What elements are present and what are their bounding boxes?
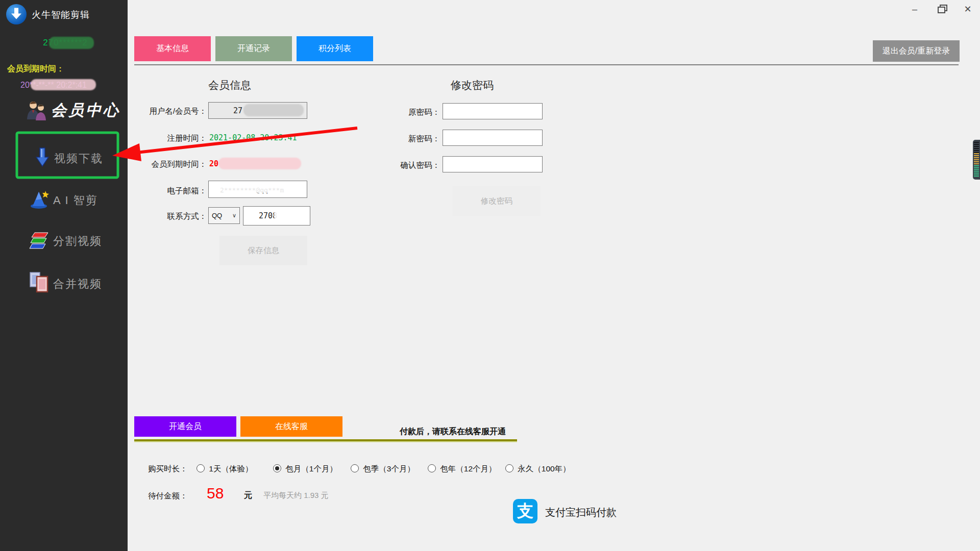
contact-type-select[interactable]: QQ ∨ xyxy=(208,207,240,224)
member-expiry-redaction xyxy=(218,158,301,169)
email-label: 电子邮箱： xyxy=(130,186,207,196)
wizard-icon xyxy=(30,190,51,209)
tab-activation-record[interactable]: 开通记录 xyxy=(215,36,292,61)
member-expiry-label: 会员到期时间： xyxy=(130,159,207,170)
contact-label: 联系方式： xyxy=(130,211,207,222)
sidebar-item-merge-video[interactable]: 合并视频 xyxy=(0,269,128,295)
save-info-button[interactable]: 保存信息 xyxy=(219,236,307,265)
alipay-icon: 支 xyxy=(513,499,537,523)
contact-value-field[interactable]: 2708 xyxy=(243,206,310,226)
contact-redaction xyxy=(274,208,307,222)
duration-label: 购买时长： xyxy=(148,464,188,474)
radio-icon[interactable] xyxy=(351,464,359,472)
pay-note: 付款后，请联系在线客服开通 xyxy=(400,427,506,437)
radio-icon[interactable] xyxy=(428,464,436,472)
register-time-label: 注册时间： xyxy=(130,133,207,144)
change-password-button[interactable]: 修改密码 xyxy=(453,186,541,216)
tab-points-list[interactable]: 积分列表 xyxy=(297,36,373,61)
download-glyph-icon xyxy=(11,7,22,20)
sidebar-item-video-download[interactable]: 视频下载 xyxy=(0,146,128,169)
member-expiry-value: 20 xyxy=(209,159,218,168)
register-time-value: 2021-02-08 20:23:41 xyxy=(209,133,297,142)
section-divider xyxy=(134,439,517,442)
open-member-button[interactable]: 开通会员 xyxy=(134,416,236,437)
tab-divider xyxy=(134,64,959,65)
sidebar-item-label: 会员中心 xyxy=(51,100,120,121)
sidebar-item-split-video[interactable]: 分割视频 xyxy=(0,229,128,252)
radio-permanent[interactable]: 永久（100年） xyxy=(505,464,571,474)
split-layers-icon xyxy=(29,232,52,250)
sidebar-item-label: 视频下载 xyxy=(54,151,103,166)
member-info-title: 会员信息 xyxy=(189,78,271,92)
members-icon xyxy=(26,100,48,122)
minimize-icon: – xyxy=(912,4,917,14)
sidebar: 火牛智能剪辑 270******2 会员到期时间： 20**-**-** 20:… xyxy=(0,0,128,551)
tab-basic-info[interactable]: 基本信息 xyxy=(134,36,211,61)
amount-note: 平均每天约 1.93 元 xyxy=(263,491,329,500)
alipay-text: 支付宝扫码付款 xyxy=(545,506,617,519)
sidebar-expiry-label: 会员到期时间： xyxy=(7,64,64,74)
old-password-input[interactable] xyxy=(443,103,543,119)
email-redaction xyxy=(215,183,301,193)
amount-value: 58 xyxy=(207,485,224,502)
sidebar-item-label: 合并视频 xyxy=(53,277,102,292)
restore-button[interactable] xyxy=(934,2,948,16)
old-password-label: 原密码： xyxy=(363,107,440,118)
change-password-title: 修改密码 xyxy=(431,78,513,92)
online-service-button[interactable]: 在线客服 xyxy=(240,416,342,437)
new-password-label: 新密码： xyxy=(363,134,440,144)
edge-stripe-widget[interactable] xyxy=(973,140,980,180)
sidebar-item-member-center[interactable]: 会员中心 xyxy=(0,98,128,124)
amount-label: 待付金额： xyxy=(148,491,188,502)
minimize-button[interactable]: – xyxy=(908,2,922,16)
sidebar-item-ai-cut[interactable]: A I 智剪 xyxy=(0,188,128,211)
amount-unit: 元 xyxy=(244,490,252,501)
confirm-password-label: 确认密码： xyxy=(363,160,440,171)
close-icon: ✕ xyxy=(964,4,971,14)
close-button[interactable]: ✕ xyxy=(961,2,975,16)
radio-1day[interactable]: 1天（体验） xyxy=(197,464,253,474)
sidebar-item-label: 分割视频 xyxy=(53,234,102,249)
user-id-redaction xyxy=(49,37,94,49)
app-title: 火牛智能剪辑 xyxy=(32,9,90,21)
radio-checked-icon[interactable] xyxy=(273,464,281,472)
radio-icon[interactable] xyxy=(197,464,205,472)
app-logo-icon xyxy=(6,4,27,24)
username-label: 用户名/会员号： xyxy=(130,106,207,117)
sidebar-expiry-redaction xyxy=(31,79,96,90)
radio-icon[interactable] xyxy=(505,464,513,472)
username-redaction xyxy=(243,104,304,116)
username-field: 27 xyxy=(208,102,307,119)
logout-relogin-button[interactable]: 退出会员/重新登录 xyxy=(873,40,960,62)
new-password-input[interactable] xyxy=(443,130,543,146)
radio-monthly[interactable]: 包月（1个月） xyxy=(273,464,337,474)
download-arrow-icon xyxy=(36,147,49,168)
email-field[interactable]: 2********@qq***m xyxy=(208,181,307,198)
radio-yearly[interactable]: 包年（12个月） xyxy=(428,464,497,474)
merge-docs-icon xyxy=(29,271,50,293)
chevron-down-icon: ∨ xyxy=(232,212,236,219)
confirm-password-input[interactable] xyxy=(443,156,543,172)
radio-quarterly[interactable]: 包季（3个月） xyxy=(351,464,415,474)
sidebar-item-label: A I 智剪 xyxy=(53,193,98,208)
